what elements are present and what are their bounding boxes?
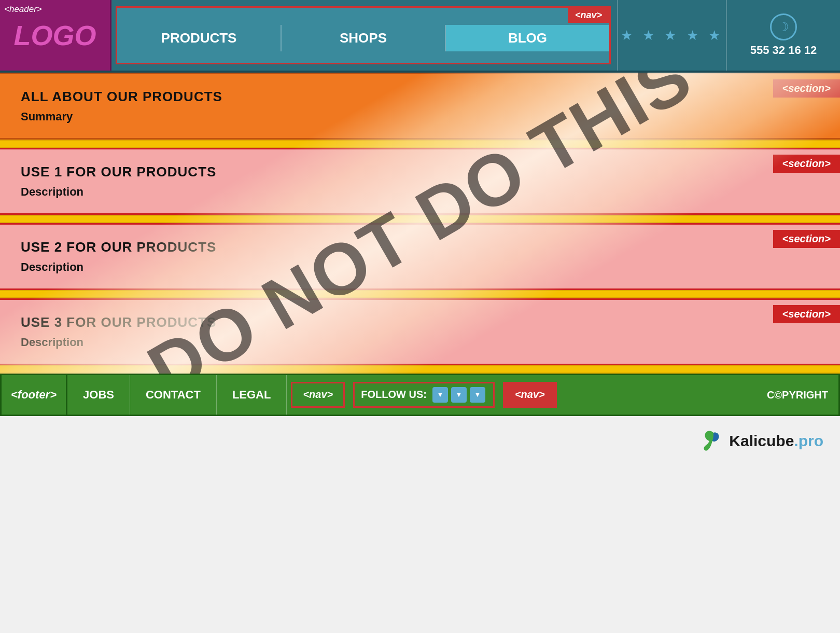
section3-wrapper: <section> USE 2 FOR OUR PRODUCTS Descrip… [0,223,840,290]
footer-nav-tag2: <nav> [503,382,557,407]
stars-area: ★ ★ ★ ★ ★ [617,0,726,71]
kalicube-name: Kalicube.pro [729,432,823,450]
section4-tag: <section> [773,305,840,323]
phone-icon: ☽ [770,13,797,40]
header-tag-label: <header> [4,4,42,15]
footer-copyright: C©PYRIGHT [757,389,838,401]
footer-nav-label: <nav> [303,389,333,401]
section3-subtitle: Description [21,260,819,274]
kalicube-footer: Kalicube.pro [0,416,840,466]
section3: <section> USE 2 FOR OUR PRODUCTS Descrip… [0,223,840,290]
phone-number: 555 32 16 12 [750,44,817,57]
section1: <section> ALL ABOUT OUR PRODUCTS Summary [0,73,840,140]
footer-follow-area: FOLLOW US: ▼ ▼ ▼ [353,382,495,407]
kalicube-bird-icon [698,428,725,455]
footer-nav-tag: <nav> [291,382,345,407]
section4-title: USE 3 FOR OUR PRODUCTS [21,314,819,331]
nav-link-blog[interactable]: BLOG [446,25,609,51]
section4-subtitle: Description [21,336,819,349]
site-header: <header> LOGO <nav> PRODUCTS SHOPS BLOG … [0,0,840,73]
logo-text: LOGO [14,19,96,51]
section3-tag: <section> [773,230,840,248]
section2: <section> USE 1 FOR OUR PRODUCTS Descrip… [0,148,840,215]
section2-wrapper: <section> USE 1 FOR OUR PRODUCTS Descrip… [0,148,840,215]
nav-container: <nav> PRODUCTS SHOPS BLOG [116,6,611,64]
social-icon-1[interactable]: ▼ [432,387,448,403]
footer-link-legal[interactable]: LEGAL [217,375,287,415]
section2-tag: <section> [773,155,840,173]
divider-3 [0,290,840,298]
phone-area: ☽ 555 32 16 12 [726,0,840,71]
footer-link-contact[interactable]: CONTACT [130,375,217,415]
footer-link-jobs[interactable]: JOBS [67,375,130,415]
nav-links: PRODUCTS SHOPS BLOG [117,13,609,63]
section2-subtitle: Description [21,185,819,199]
divider-2 [0,215,840,223]
site-footer: <footer> JOBS CONTACT LEGAL <nav> FOLLOW… [0,374,840,416]
section4-wrapper: <section> USE 3 FOR OUR PRODUCTS Descrip… [0,298,840,365]
section1-title: ALL ABOUT OUR PRODUCTS [21,89,819,105]
section1-tag: <section> [773,79,840,98]
nav-link-shops[interactable]: SHOPS [282,25,446,51]
section4: <section> USE 3 FOR OUR PRODUCTS Descrip… [0,298,840,365]
footer-follow-text: FOLLOW US: [361,389,427,401]
kalicube-pro-suffix: .pro [794,432,823,449]
nav-link-products[interactable]: PRODUCTS [117,25,282,51]
social-icon-3[interactable]: ▼ [470,387,485,403]
divider-4 [0,365,840,374]
section1-subtitle: Summary [21,110,819,123]
section3-title: USE 2 FOR OUR PRODUCTS [21,239,819,255]
nav-tag: <nav> [568,8,609,23]
kalicube-logo: Kalicube.pro [698,428,823,455]
social-icon-2[interactable]: ▼ [451,387,467,403]
phone-icon-symbol: ☽ [778,20,789,34]
footer-nav-label2: <nav> [515,389,545,401]
section2-title: USE 1 FOR OUR PRODUCTS [21,164,819,180]
main-content: DO NOT DO THIS <section> ALL ABOUT OUR P… [0,73,840,374]
stars: ★ ★ ★ ★ ★ [621,27,723,44]
divider-1 [0,140,840,148]
footer-tag: <footer> [2,375,67,415]
section1-wrapper: <section> ALL ABOUT OUR PRODUCTS Summary [0,73,840,140]
